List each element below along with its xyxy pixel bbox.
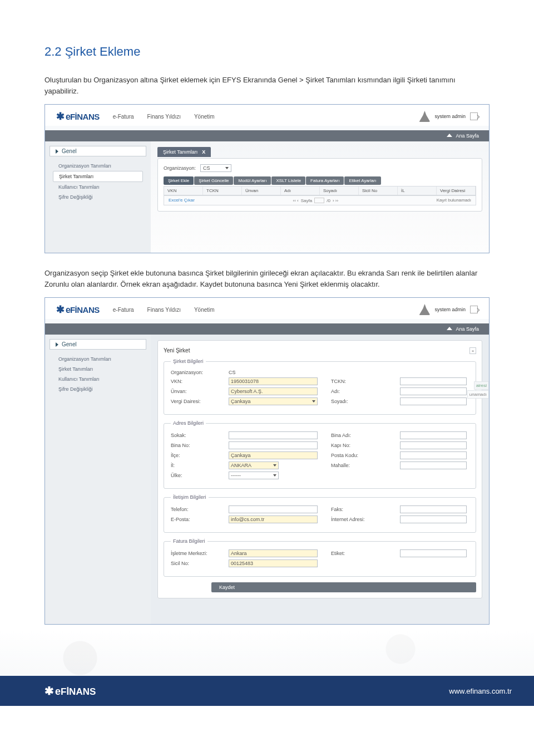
bg-col-cut-2: unamadı [467, 390, 489, 399]
sidebar-item-sirket[interactable]: Şirket Tanımları [53, 171, 143, 182]
intro-paragraph-2: Organizasyon seçip Şirket ekle butonuna … [44, 268, 490, 289]
pager-input[interactable] [314, 198, 324, 203]
select-il[interactable]: ANKARA [229, 462, 279, 469]
input-bina-adi[interactable] [400, 431, 467, 439]
input-etiket[interactable] [400, 549, 467, 557]
col-vkn: VKN [164, 186, 203, 195]
label-web: İnternet Adresi: [331, 517, 387, 522]
home-icon [447, 134, 452, 137]
input-faks[interactable] [400, 505, 467, 513]
topmenu-finansyildizi[interactable]: Finans Yıldızı [147, 114, 181, 120]
select-vergidairesi[interactable]: Çankaya [229, 397, 318, 405]
label-isletme-merkezi: İşletme Merkezi: [171, 551, 215, 556]
input-bina-no[interactable] [229, 441, 318, 449]
input-tckn[interactable] [400, 377, 467, 385]
sidebar-item-kullanici[interactable]: Kullanıcı Tanımları [53, 182, 143, 192]
input-vkn[interactable]: 1950031078 [229, 377, 318, 385]
sidebar-item-kullanici[interactable]: Kullanıcı Tanımları [53, 374, 143, 384]
topmenu-efatura[interactable]: e-Fatura [113, 114, 134, 120]
label-bina-no: Bina No: [171, 443, 215, 448]
footer-url: www.efinans.com.tr [449, 687, 512, 695]
snowflake-icon: ✱ [56, 303, 65, 316]
sidebar-item-org[interactable]: Organizasyon Tanımları [53, 354, 143, 364]
label-ilce: İlçe: [171, 453, 215, 458]
grid-pager[interactable]: ‹‹ ‹ Sayfa /0 › ›› [293, 198, 339, 203]
label-etiket: Etiket: [331, 551, 387, 556]
legend-adres: Adres Bilgileri [171, 420, 206, 426]
screenshot-1: ✱ e FİNANS e-Fatura Finans Yıldızı Yönet… [44, 104, 490, 253]
topmenu-finansyildizi[interactable]: Finans Yıldızı [147, 307, 181, 313]
caret-right-icon [56, 342, 58, 347]
org-select[interactable]: CS [200, 164, 231, 172]
input-ilce[interactable]: Çankaya [229, 451, 318, 459]
label-tckn: TCKN: [331, 379, 387, 384]
close-icon[interactable]: × [469, 347, 476, 354]
label-vkn: VKN: [171, 379, 215, 384]
input-unvan[interactable]: Cybersoft A.Ş. [229, 387, 318, 395]
label-adi: Adı: [331, 389, 387, 394]
pager-label: Sayfa [301, 198, 312, 203]
snowflake-icon: ✱ [56, 110, 65, 122]
select-ulke[interactable]: ------ [229, 472, 279, 479]
page-footer: ✱ e FİNANS www.efinans.com.tr [0, 676, 534, 706]
btn-modul-ayarlari[interactable]: Modül Ayarları [234, 176, 271, 185]
col-soyadi: Soyadı [320, 186, 359, 195]
app-logo: ✱ e FİNANS [56, 303, 100, 316]
btn-kaydet[interactable]: Kaydet [211, 582, 476, 592]
legend-sirket: Şirket Bilgileri [171, 359, 206, 364]
col-il: İL [398, 186, 437, 195]
input-soyadi[interactable] [400, 397, 467, 405]
input-sokak[interactable] [229, 431, 318, 439]
btn-etiket-ayarlari[interactable]: Etiket Ayarları [344, 176, 380, 185]
sidebar-item-org[interactable]: Organizasyon Tanımları [53, 161, 143, 171]
grid-empty-msg: Kayıt bulunamadı [437, 198, 471, 203]
input-telefon[interactable] [229, 505, 318, 513]
close-icon[interactable]: X [202, 149, 205, 155]
sidebar-group-genel[interactable]: Genel [50, 146, 146, 156]
tab-label: Şirket Tanımları [163, 149, 197, 155]
panel-yeni-sirket-title: Yeni Şirket [164, 347, 190, 354]
sidebar-item-sifre[interactable]: Şifre Değişikliği [53, 192, 143, 202]
breadcrumb[interactable]: Ana Sayfa [45, 323, 489, 335]
logout-icon[interactable] [470, 306, 478, 313]
legend-fatura: Fatura Bilgileri [171, 538, 207, 544]
value-org: CS [229, 370, 318, 375]
input-eposta[interactable]: info@cs.com.tr [229, 516, 318, 523]
breadcrumb-home: Ana Sayfa [456, 133, 479, 139]
topmenu-yonetim[interactable]: Yönetim [194, 114, 215, 120]
logout-icon[interactable] [470, 112, 478, 120]
topmenu-efatura[interactable]: e-Fatura [113, 307, 134, 313]
label-faks: Faks: [331, 507, 387, 512]
input-kapi-no[interactable] [400, 441, 467, 449]
vd-value: Çankaya [231, 399, 251, 404]
logo-finans: FİNANS [61, 686, 96, 698]
tab-sirket-tanimlari[interactable]: Şirket Tanımları X [157, 147, 211, 157]
sidebar-item-sifre[interactable]: Şifre Değişikliği [53, 384, 143, 394]
caret-right-icon [56, 149, 58, 154]
input-adi[interactable] [400, 387, 467, 395]
btn-fatura-ayarlari[interactable]: Fatura Ayarları [306, 176, 344, 185]
label-telefon: Telefon: [171, 507, 215, 512]
topmenu-yonetim[interactable]: Yönetim [194, 307, 215, 313]
label-eposta: E-Posta: [171, 517, 215, 522]
chevron-down-icon [225, 167, 229, 169]
pager-of: /0 [327, 198, 330, 203]
input-sicil-no[interactable]: 00125483 [229, 559, 318, 567]
chevron-down-icon [312, 400, 315, 402]
sidebar-group-genel[interactable]: Genel [50, 339, 146, 350]
label-kapi-no: Kapı No: [331, 443, 387, 448]
btn-sirket-ekle[interactable]: Şirket Ekle [164, 176, 194, 185]
btn-xslt-listele[interactable]: XSLT Listele [271, 176, 305, 185]
breadcrumb[interactable]: Ana Sayfa [45, 130, 489, 141]
sidebar-item-sirket[interactable]: Şirket Tanımları [53, 364, 143, 374]
label-sokak: Sokak: [171, 433, 215, 438]
input-posta[interactable] [400, 451, 467, 459]
input-web[interactable] [400, 516, 467, 523]
input-isletme-merkezi[interactable]: Ankara [229, 549, 318, 557]
fieldset-sirket-bilgileri: Şirket Bilgileri Organizasyon: CS VKN: 1… [164, 359, 476, 415]
export-excel[interactable]: Excel'e Çıkar [169, 198, 195, 203]
sidebar-title: Genel [62, 341, 77, 347]
btn-sirket-guncelle[interactable]: Şirket Güncelle [194, 176, 233, 185]
input-mahalle[interactable] [400, 462, 467, 469]
chevron-down-icon [273, 474, 276, 477]
